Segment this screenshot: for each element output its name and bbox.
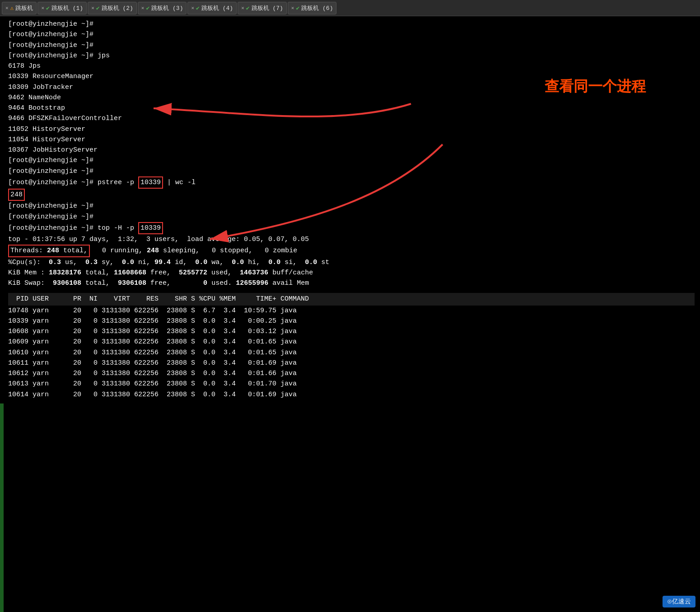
terminal-line-18: [root@yinzhengjie ~]# [8, 212, 695, 222]
tab-5[interactable]: ✕ ✔ 跳板机 (7) [238, 2, 287, 14]
pid-highlight-top: 10339 [138, 222, 163, 234]
tab-label-0: 跳板机 [15, 4, 33, 12]
terminal-line-9: 9464 Bootstrap [8, 103, 695, 113]
tab-label-4: 跳板机 (4) [201, 4, 233, 12]
tab-bar: ✕ ⚠ 跳板机 ✕ ✔ 跳板机 (1) ✕ ✔ 跳板机 (2) ✕ ✔ 跳板机 … [0, 0, 700, 16]
terminal-line-5: 6178 Jps [8, 61, 695, 71]
tab-close-2[interactable]: ✕ [91, 5, 94, 11]
threads-highlight: Threads: 248 total, [8, 245, 90, 257]
tab-3[interactable]: ✕ ✔ 跳板机 (3) [138, 2, 187, 14]
table-row-3: 10608 yarn 20 0 3131380 622256 23808 S 0… [8, 326, 695, 337]
terminal-line-mem: KiB Mem : 18328176 total, 11608668 free,… [8, 268, 695, 278]
terminal-line-4: [root@yinzhengjie ~]# jps [8, 51, 695, 61]
terminal-line-8: 9462 NameNode [8, 93, 695, 103]
tab-close-0[interactable]: ✕ [5, 5, 9, 11]
tab-close-4[interactable]: ✕ [191, 5, 194, 11]
check-icon-1: ✔ [46, 5, 50, 12]
tab-6[interactable]: ✕ ✔ 跳板机 (6) [288, 2, 337, 14]
terminal-line-threads: Threads: 248 total, 0 running, 248 sleep… [8, 245, 695, 257]
terminal-line-topinfo: top - 01:37:56 up 7 days, 1:32, 3 users,… [8, 234, 695, 245]
tab-4[interactable]: ✕ ✔ 跳板机 (4) [187, 2, 237, 14]
table-header: PID USER PR NI VIRT RES SHR S %CPU %MEM … [8, 293, 695, 305]
terminal-line-3: [root@yinzhengjie ~]# [8, 40, 695, 51]
terminal-line-top: [root@yinzhengjie ~]# top -H -p 10339 [8, 222, 695, 234]
terminal-line-7: 10309 JobTracker [8, 82, 695, 93]
tab-close-6[interactable]: ✕ [291, 5, 294, 11]
tab-0[interactable]: ✕ ⚠ 跳板机 [2, 2, 37, 14]
terminal-line-1: [root@yinzhengjie ~]# [8, 19, 695, 29]
pid-highlight-pstree: 10339 [138, 176, 163, 189]
brand-logo: ⊙亿速云 [663, 596, 695, 607]
terminal-line-10: 9466 DFSZKFailoverController [8, 113, 695, 124]
terminal-line-11: 11052 HistoryServer [8, 124, 695, 134]
tab-label-5: 跳板机 (7) [252, 4, 283, 12]
table-row-4: 10609 yarn 20 0 3131380 622256 23808 S 0… [8, 337, 695, 347]
table-row-1: 10748 yarn 20 0 3131380 622256 23808 S 6… [8, 306, 695, 316]
terminal-line-6: 10339 ResourceManager [8, 71, 695, 82]
tab-label-1: 跳板机 (1) [51, 4, 83, 12]
table-row-6: 10611 yarn 20 0 3131380 622256 23808 S 0… [8, 358, 695, 368]
terminal-line-pstree: [root@yinzhengjie ~]# pstree -p 10339 | … [8, 176, 695, 189]
tab-close-5[interactable]: ✕ [241, 5, 244, 11]
terminal[interactable]: [root@yinzhengjie ~]# [root@yinzhengjie … [0, 16, 700, 403]
terminal-line-248: 248 [8, 189, 695, 201]
terminal-line-13: 10367 JobHistoryServer [8, 145, 695, 155]
tab-close-1[interactable]: ✕ [41, 5, 44, 11]
terminal-line-12: 11054 HistoryServer [8, 134, 695, 145]
tab-label-3: 跳板机 (3) [151, 4, 183, 12]
table-row-9: 10614 yarn 20 0 3131380 622256 23808 S 0… [8, 389, 695, 400]
table-row-8: 10613 yarn 20 0 3131380 622256 23808 S 0… [8, 379, 695, 389]
terminal-line-17: [root@yinzhengjie ~]# [8, 201, 695, 211]
check-icon-6: ✔ [296, 5, 299, 12]
terminal-line-15: [root@yinzhengjie ~]# [8, 166, 695, 176]
result-248-highlight: 248 [8, 189, 25, 201]
tab-label-6: 跳板机 (6) [301, 4, 333, 12]
terminal-line-cpu: %Cpu(s): 0.3 us, 0.3 sy, 0.0 ni, 99.4 id… [8, 257, 695, 268]
table-row-7: 10612 yarn 20 0 3131380 622256 23808 S 0… [8, 368, 695, 379]
table-row-5: 10610 yarn 20 0 3131380 622256 23808 S 0… [8, 348, 695, 358]
check-icon-4: ✔ [196, 5, 200, 12]
check-icon-5: ✔ [246, 5, 250, 12]
check-icon-2: ✔ [96, 5, 100, 12]
terminal-line-14: [root@yinzhengjie ~]# [8, 155, 695, 166]
table-row-2: 10339 yarn 20 0 3131380 622256 23808 S 0… [8, 316, 695, 326]
terminal-line-2: [root@yinzhengjie ~]# [8, 29, 695, 40]
tab-2[interactable]: ✕ ✔ 跳板机 (2) [88, 2, 137, 14]
tab-1[interactable]: ✕ ✔ 跳板机 (1) [37, 2, 87, 14]
check-icon-3: ✔ [146, 5, 149, 12]
warn-icon-0: ⚠ [10, 5, 14, 12]
tab-close-3[interactable]: ✕ [141, 5, 145, 11]
tab-label-2: 跳板机 (2) [102, 4, 133, 12]
terminal-line-swap: KiB Swap: 9306108 total, 9306108 free, 0… [8, 278, 695, 288]
